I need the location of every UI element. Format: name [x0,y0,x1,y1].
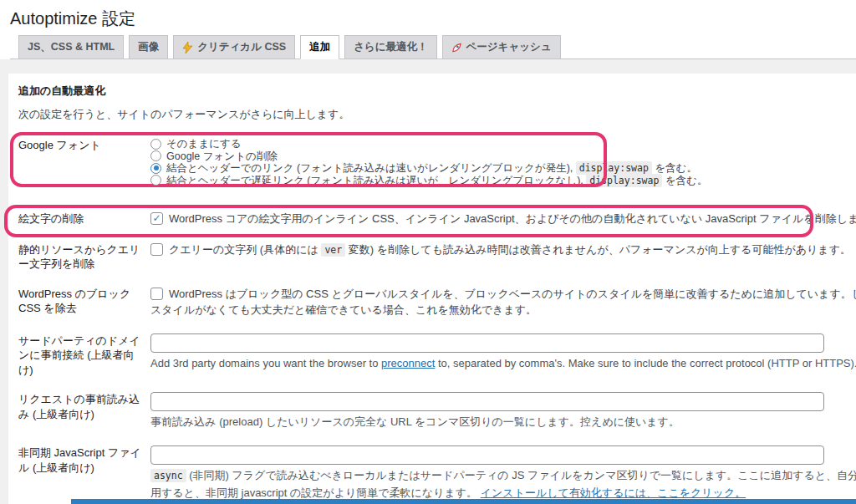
section-intro: 次の設定を行うと、サイトのパフォーマンスがさらに向上します。 [18,107,844,122]
option-label: クエリーの文字列 (具体的には ver 変数) を削除しても読み込み時間は改善さ… [169,242,851,258]
async-js-install-link[interactable]: インストールして有効化するには、ここをクリック。 [481,486,746,499]
async-js-help-line1: async (非同期) フラグで読み込むべきローカルまたはサードパーティの JS… [150,468,844,484]
row-remove-block-css: WordPress のブロック CSS を除去 WordPress はブロック型… [18,279,844,326]
google-fonts-label: Google フォント [18,138,144,186]
radio-icon [150,175,161,186]
radio-icon-selected [150,163,161,174]
tab-images[interactable]: 画像 [129,35,168,59]
emoji-checkbox-option[interactable]: WordPress コアの絵文字用のインライン CSS、インライン JavaSc… [150,211,844,227]
radio-option-remove-google-fonts[interactable]: Google フォントの削除 [150,150,844,163]
option-label: WordPress はブロック型の CSS とグローバルスタイルを、ブロックベー… [169,287,856,303]
row-preconnect-domains: サードパーティのドメインに事前接続 (上級者向け) Add 3rd party … [18,326,844,385]
preload-input[interactable] [150,392,824,411]
query-strings-label: 静的リソースからクエリー文字列を削除 [18,242,144,272]
checkbox-checked-icon [150,212,163,225]
radio-option-combine-link-header[interactable]: 結合とヘッダーでのリンク (フォント読み込みは速いがレンダリングブロックが発生)… [150,162,844,175]
row-remove-emojis: 絵文字の削除 WordPress コアの絵文字用のインライン CSS、インライン… [18,204,844,235]
option-label: 結合とヘッダーでのリンク (フォント読み込みは速いがレンダリングブロックが発生)… [166,162,697,175]
code-async: async [150,469,186,482]
code-ver: ver [321,243,345,257]
radio-icon [150,150,161,161]
autoptimize-settings-page: Autoptimize 設定 JS、CSS & HTML 画像 クリティカル C… [0,0,856,504]
tab-js-css-html[interactable]: JS、CSS & HTML [18,35,124,59]
section-heading: 追加の自動最適化 [18,84,844,99]
tab-label: 画像 [138,40,159,54]
tab-label: さらに最適化！ [354,40,427,54]
radio-option-leave-as-is[interactable]: そのままにする [150,138,844,150]
row-preload-requests: リクエストの事前読み込み (上級者向け) 事前読み込み (preload) した… [18,384,844,438]
page-title: Autoptimize 設定 [10,8,856,29]
tab-label: 追加 [309,40,330,54]
row-google-fonts: Google フォント そのままにする Google フォントの削除 結合とヘッ… [18,130,844,194]
preconnect-input[interactable] [150,333,824,353]
code-display-swap: display:swap [576,161,652,175]
tab-label: JS、CSS & HTML [28,40,115,54]
settings-tabs: JS、CSS & HTML 画像 クリティカル CSS 追加 さらに最適化！ ペ… [10,35,856,59]
option-label: Google フォントの削除 [166,150,278,163]
tab-label: クリティカル CSS [197,40,286,54]
option-label-continued: スタイルがなくても大丈夫だと確信できている場合、これを無効化できます。 [150,303,844,318]
row-remove-query-strings: 静的リソースからクエリー文字列を削除 クエリーの文字列 (具体的には ver 変… [18,235,844,279]
option-label: そのままにする [166,138,242,150]
async-js-label: 非同期 JavaScript ファイル (上級者向け) [18,445,144,501]
radio-icon [150,139,161,150]
emoji-label: 絵文字の削除 [18,211,144,227]
query-strings-checkbox-option[interactable]: クエリーの文字列 (具体的には ver 変数) を削除しても読み込み時間は改善さ… [150,242,844,258]
radio-option-combine-preload-header[interactable]: 結合とヘッダーで遅延リンク (フォント読み込みは遅いが、レンダリングブロックなし… [150,175,844,187]
lightning-icon [182,42,193,53]
checkbox-unchecked-icon [150,243,163,256]
async-js-input[interactable] [150,445,824,465]
checkbox-unchecked-icon [150,288,163,300]
page-header: Autoptimize 設定 JS、CSS & HTML 画像 クリティカル C… [0,0,856,59]
preconnect-label: サードパーティのドメインに事前接続 (上級者向け) [18,333,144,378]
row-async-javascript: 非同期 JavaScript ファイル (上級者向け) async (非同期) … [18,438,844,504]
block-css-label: WordPress のブロック CSS を除去 [18,287,144,318]
tab-label: ページキャッシュ [466,40,552,54]
tab-critical-css[interactable]: クリティカル CSS [173,35,295,59]
option-label: WordPress コアの絵文字用のインライン CSS、インライン JavaSc… [169,211,856,227]
rocket-icon [451,42,462,53]
preconnect-help: Add 3rd party domains you want the brows… [150,356,844,372]
preload-label: リクエストの事前読み込み (上級者向け) [18,392,144,430]
settings-card: 追加の自動最適化 次の設定を行うと、サイトのパフォーマンスがさらに向上します。 … [8,74,856,504]
tab-optimize-more[interactable]: さらに最適化！ [344,35,436,59]
option-label: 結合とヘッダーで遅延リンク (フォント読み込みは遅いが、レンダリングブロックなし… [166,175,707,187]
preconnect-link[interactable]: preconnect [381,357,435,369]
admin-content-area: 追加の自動最適化 次の設定を行うと、サイトのパフォーマンスがさらに向上します。 … [0,59,856,504]
bottom-blue-bar [71,499,856,504]
preload-help: 事前読み込み (preload) したいリソースの完全な URL をコンマ区切り… [150,415,844,430]
tab-page-cache[interactable]: ページキャッシュ [442,35,561,59]
block-css-checkbox-option[interactable]: WordPress はブロック型の CSS とグローバルスタイルを、ブロックベー… [150,287,844,303]
tab-extra[interactable]: 追加 [300,35,339,59]
code-display-swap: display:swap [586,174,662,187]
